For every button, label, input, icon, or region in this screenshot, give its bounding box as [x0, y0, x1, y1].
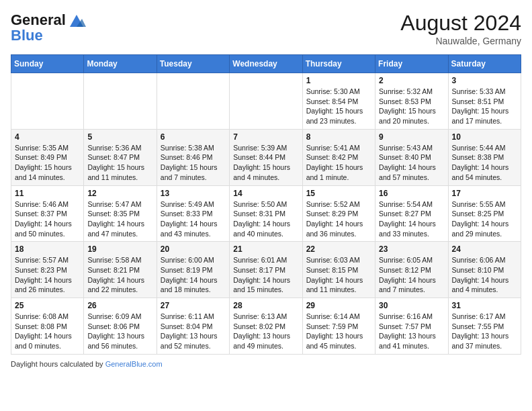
calendar-cell: 15Sunrise: 5:52 AM Sunset: 8:29 PM Dayli…: [302, 185, 375, 242]
day-number: 31: [452, 301, 517, 310]
day-info: Sunrise: 5:47 AM Sunset: 8:35 PM Dayligh…: [87, 199, 152, 239]
calendar-cell: 1Sunrise: 5:30 AM Sunset: 8:54 PM Daylig…: [302, 73, 375, 130]
day-info: Sunrise: 6:11 AM Sunset: 8:04 PM Dayligh…: [161, 312, 226, 351]
calendar-cell: 7Sunrise: 5:39 AM Sunset: 8:44 PM Daylig…: [230, 129, 302, 185]
day-info: Sunrise: 6:03 AM Sunset: 8:15 PM Dayligh…: [306, 255, 371, 295]
weekday-thursday: Thursday: [302, 55, 375, 73]
week-row-1: 1Sunrise: 5:30 AM Sunset: 8:54 PM Daylig…: [11, 73, 521, 130]
day-info: Sunrise: 5:32 AM Sunset: 8:53 PM Dayligh…: [379, 87, 444, 126]
day-number: 29: [306, 301, 371, 310]
calendar-cell: 23Sunrise: 6:05 AM Sunset: 8:12 PM Dayli…: [375, 242, 448, 298]
daylight-label: Daylight hours: [11, 360, 58, 368]
week-row-4: 18Sunrise: 5:57 AM Sunset: 8:23 PM Dayli…: [11, 242, 521, 298]
day-info: Sunrise: 5:49 AM Sunset: 8:33 PM Dayligh…: [161, 199, 226, 239]
calendar-cell: 30Sunrise: 6:16 AM Sunset: 7:57 PM Dayli…: [375, 298, 448, 355]
day-info: Sunrise: 6:00 AM Sunset: 8:19 PM Dayligh…: [161, 255, 226, 295]
day-number: 6: [161, 132, 226, 142]
day-number: 25: [15, 301, 80, 310]
calendar-cell: 31Sunrise: 6:17 AM Sunset: 7:55 PM Dayli…: [448, 298, 521, 355]
calendar-cell: 26Sunrise: 6:09 AM Sunset: 8:06 PM Dayli…: [84, 298, 157, 355]
calendar-cell: 2Sunrise: 5:32 AM Sunset: 8:53 PM Daylig…: [375, 73, 448, 130]
day-info: Sunrise: 5:39 AM Sunset: 8:44 PM Dayligh…: [233, 143, 298, 183]
day-info: Sunrise: 5:46 AM Sunset: 8:37 PM Dayligh…: [15, 199, 80, 239]
day-number: 22: [306, 244, 371, 254]
day-number: 14: [233, 189, 298, 198]
day-number: 1: [306, 76, 371, 85]
day-info: Sunrise: 5:55 AM Sunset: 8:25 PM Dayligh…: [452, 199, 517, 239]
calendar-cell: 19Sunrise: 5:58 AM Sunset: 8:21 PM Dayli…: [84, 242, 157, 298]
day-number: 11: [15, 189, 80, 198]
calendar-cell: 10Sunrise: 5:44 AM Sunset: 8:38 PM Dayli…: [448, 129, 521, 185]
day-number: 9: [379, 132, 444, 142]
calendar-cell: 9Sunrise: 5:43 AM Sunset: 8:40 PM Daylig…: [375, 129, 448, 185]
day-info: Sunrise: 5:35 AM Sunset: 8:49 PM Dayligh…: [15, 143, 80, 183]
calendar-cell: 11Sunrise: 5:46 AM Sunset: 8:37 PM Dayli…: [11, 185, 84, 242]
day-number: 28: [233, 301, 298, 310]
calendar-cell: 17Sunrise: 5:55 AM Sunset: 8:25 PM Dayli…: [448, 185, 521, 242]
calendar-cell: [84, 73, 157, 130]
calendar-cell: 21Sunrise: 6:01 AM Sunset: 8:17 PM Dayli…: [230, 242, 302, 298]
logo-icon: [67, 11, 86, 30]
calendar-cell: 8Sunrise: 5:41 AM Sunset: 8:42 PM Daylig…: [302, 129, 375, 185]
calendar-cell: 16Sunrise: 5:54 AM Sunset: 8:27 PM Dayli…: [375, 185, 448, 242]
day-info: Sunrise: 5:38 AM Sunset: 8:46 PM Dayligh…: [161, 143, 226, 183]
day-number: 24: [452, 244, 517, 254]
day-info: Sunrise: 5:30 AM Sunset: 8:54 PM Dayligh…: [306, 87, 371, 126]
day-number: 15: [306, 189, 371, 198]
day-number: 19: [87, 244, 152, 254]
day-info: Sunrise: 5:36 AM Sunset: 8:47 PM Dayligh…: [87, 143, 152, 183]
day-number: 27: [161, 301, 226, 310]
day-info: Sunrise: 5:50 AM Sunset: 8:31 PM Dayligh…: [233, 199, 298, 239]
weekday-sunday: Sunday: [11, 55, 84, 73]
day-info: Sunrise: 5:54 AM Sunset: 8:27 PM Dayligh…: [379, 199, 444, 239]
calendar-cell: 6Sunrise: 5:38 AM Sunset: 8:46 PM Daylig…: [157, 129, 229, 185]
month-year-title: August 2024: [400, 11, 521, 36]
day-number: 4: [15, 132, 80, 142]
page-header: General Blue August 2024 Nauwalde, Germa…: [11, 11, 521, 46]
day-info: Sunrise: 6:16 AM Sunset: 7:57 PM Dayligh…: [379, 312, 444, 351]
calendar-cell: 13Sunrise: 5:49 AM Sunset: 8:33 PM Dayli…: [157, 185, 229, 242]
day-info: Sunrise: 5:33 AM Sunset: 8:51 PM Dayligh…: [452, 87, 517, 126]
calendar-table: SundayMondayTuesdayWednesdayThursdayFrid…: [11, 54, 521, 355]
day-number: 12: [87, 189, 152, 198]
weekday-saturday: Saturday: [448, 55, 521, 73]
calendar-cell: 29Sunrise: 6:14 AM Sunset: 7:59 PM Dayli…: [302, 298, 375, 355]
day-info: Sunrise: 5:44 AM Sunset: 8:38 PM Dayligh…: [452, 143, 517, 183]
day-number: 23: [379, 244, 444, 254]
day-info: Sunrise: 6:17 AM Sunset: 7:55 PM Dayligh…: [452, 312, 517, 351]
day-number: 2: [379, 76, 444, 85]
calendar-cell: [11, 73, 84, 130]
day-info: Sunrise: 6:01 AM Sunset: 8:17 PM Dayligh…: [233, 255, 298, 295]
calendar-cell: 5Sunrise: 5:36 AM Sunset: 8:47 PM Daylig…: [84, 129, 157, 185]
day-number: 3: [452, 76, 517, 85]
calendar-cell: 14Sunrise: 5:50 AM Sunset: 8:31 PM Dayli…: [230, 185, 302, 242]
calendar-cell: [157, 73, 229, 130]
day-number: 17: [452, 189, 517, 198]
day-info: Sunrise: 6:09 AM Sunset: 8:06 PM Dayligh…: [87, 312, 152, 351]
location-subtitle: Nauwalde, Germany: [400, 36, 521, 46]
day-info: Sunrise: 6:08 AM Sunset: 8:08 PM Dayligh…: [15, 312, 80, 351]
day-number: 20: [161, 244, 226, 254]
day-info: Sunrise: 5:52 AM Sunset: 8:29 PM Dayligh…: [306, 199, 371, 239]
day-info: Sunrise: 6:06 AM Sunset: 8:10 PM Dayligh…: [452, 255, 517, 295]
calendar-cell: [230, 73, 302, 130]
weekday-monday: Monday: [84, 55, 157, 73]
calendar-cell: 3Sunrise: 5:33 AM Sunset: 8:51 PM Daylig…: [448, 73, 521, 130]
day-info: Sunrise: 6:05 AM Sunset: 8:12 PM Dayligh…: [379, 255, 444, 295]
calendar-cell: 18Sunrise: 5:57 AM Sunset: 8:23 PM Dayli…: [11, 242, 84, 298]
day-number: 18: [15, 244, 80, 254]
footer-link[interactable]: GeneralBlue.com: [105, 360, 163, 368]
calendar-cell: 25Sunrise: 6:08 AM Sunset: 8:08 PM Dayli…: [11, 298, 84, 355]
day-info: Sunrise: 5:43 AM Sunset: 8:40 PM Dayligh…: [379, 143, 444, 183]
calendar-cell: 22Sunrise: 6:03 AM Sunset: 8:15 PM Dayli…: [302, 242, 375, 298]
day-info: Sunrise: 5:41 AM Sunset: 8:42 PM Dayligh…: [306, 143, 371, 183]
day-number: 26: [87, 301, 152, 310]
weekday-header-row: SundayMondayTuesdayWednesdayThursdayFrid…: [11, 55, 521, 73]
calendar-cell: 24Sunrise: 6:06 AM Sunset: 8:10 PM Dayli…: [448, 242, 521, 298]
calendar-cell: 20Sunrise: 6:00 AM Sunset: 8:19 PM Dayli…: [157, 242, 229, 298]
day-number: 21: [233, 244, 298, 254]
day-info: Sunrise: 6:13 AM Sunset: 8:02 PM Dayligh…: [233, 312, 298, 351]
weekday-friday: Friday: [375, 55, 448, 73]
week-row-2: 4Sunrise: 5:35 AM Sunset: 8:49 PM Daylig…: [11, 129, 521, 185]
weekday-wednesday: Wednesday: [230, 55, 302, 73]
